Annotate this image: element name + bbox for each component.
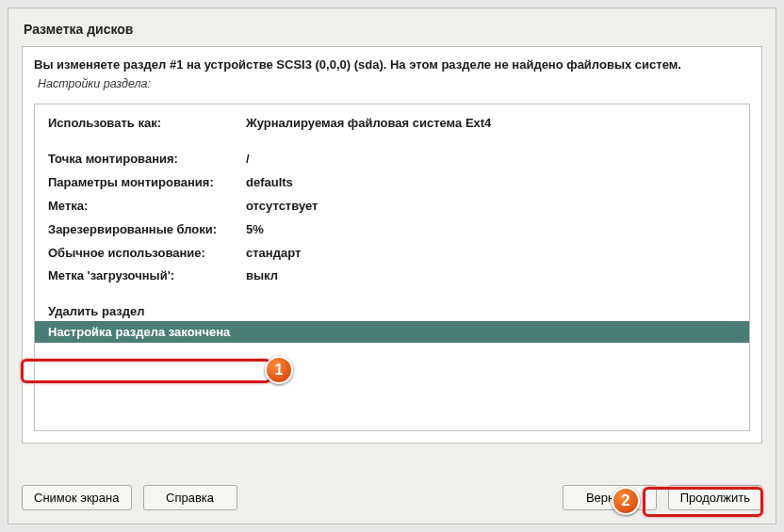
page-title: Разметка дисков bbox=[24, 22, 760, 37]
mount-opts-label: Параметры монтирования: bbox=[48, 173, 246, 193]
button-bar: Снимок экрана Справка Вернуть Продолжить bbox=[22, 485, 762, 510]
help-button[interactable]: Справка bbox=[143, 485, 237, 510]
row-mount-point[interactable]: Точка монтирования: / bbox=[35, 148, 749, 171]
label-label: Метка: bbox=[48, 197, 246, 217]
continue-button[interactable]: Продолжить bbox=[668, 485, 762, 510]
back-button[interactable]: Вернуть bbox=[563, 485, 657, 510]
row-boot-flag[interactable]: Метка 'загрузочный': выкл bbox=[35, 265, 749, 288]
row-usage[interactable]: Обычное использование: стандарт bbox=[35, 242, 749, 266]
installer-window: Разметка дисков Вы изменяете раздел #1 н… bbox=[8, 8, 776, 524]
done-setting-partition[interactable]: Настройка раздела закончена bbox=[35, 321, 749, 343]
use-as-value: Журналируемая файловая система Ext4 bbox=[246, 114, 749, 134]
row-use-as[interactable]: Использовать как: Журналируемая файловая… bbox=[35, 112, 749, 136]
usage-label: Обычное использование: bbox=[48, 244, 246, 264]
row-reserved[interactable]: Зарезервированные блоки: 5% bbox=[35, 218, 749, 242]
boot-value: выкл bbox=[246, 266, 749, 286]
usage-value: стандарт bbox=[246, 244, 749, 264]
label-value: отсутствует bbox=[246, 197, 749, 217]
content-frame: Вы изменяете раздел #1 на устройстве SCS… bbox=[22, 46, 762, 443]
reserved-value: 5% bbox=[246, 220, 749, 240]
settings-header: Настройки раздела: bbox=[34, 73, 750, 98]
partition-settings-list: Использовать как: Журналируемая файловая… bbox=[34, 104, 750, 431]
delete-partition[interactable]: Удалить раздел bbox=[35, 301, 749, 321]
row-label[interactable]: Метка: отсутствует bbox=[35, 195, 749, 218]
title-area: Разметка дисков bbox=[8, 8, 776, 46]
spacer bbox=[35, 288, 749, 301]
screenshot-button[interactable]: Снимок экрана bbox=[22, 485, 132, 510]
mount-opts-value: defaults bbox=[246, 173, 749, 193]
mount-point-label: Точка монтирования: bbox=[48, 150, 246, 169]
row-mount-opts[interactable]: Параметры монтирования: defaults bbox=[35, 171, 749, 195]
mount-point-value: / bbox=[246, 150, 749, 169]
boot-label: Метка 'загрузочный': bbox=[48, 266, 246, 286]
bar-spacer bbox=[249, 485, 551, 510]
spacer bbox=[35, 135, 749, 148]
reserved-label: Зарезервированные блоки: bbox=[48, 220, 246, 240]
intro-text: Вы изменяете раздел #1 на устройстве SCS… bbox=[34, 56, 750, 73]
use-as-label: Использовать как: bbox=[48, 114, 246, 134]
intro-block: Вы изменяете раздел #1 на устройстве SCS… bbox=[23, 47, 761, 104]
